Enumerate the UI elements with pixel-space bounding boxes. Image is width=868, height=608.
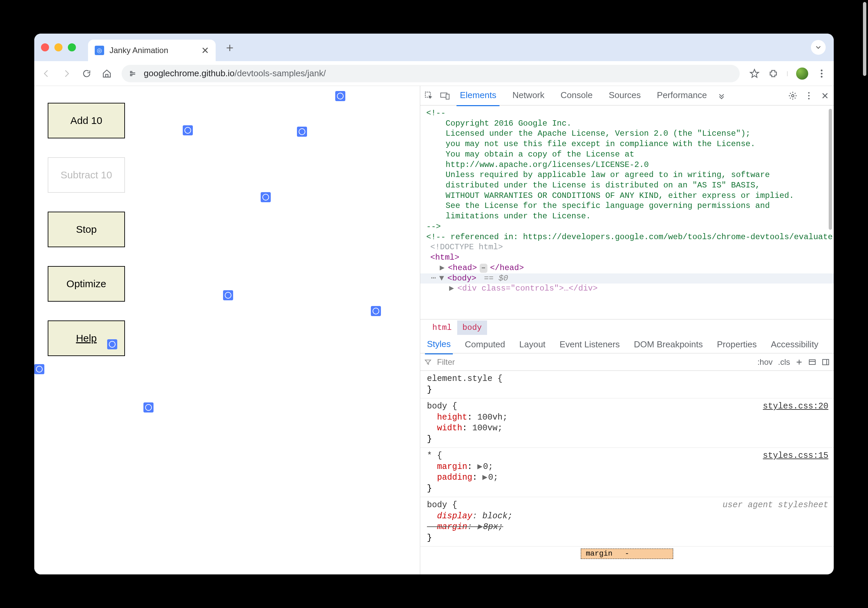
scrollbar[interactable]: [828, 105, 833, 319]
rule-body[interactable]: styles.css:20 body { height: 100vh; widt…: [420, 399, 834, 448]
svg-point-9: [808, 98, 809, 99]
dom-comment-line: WITHOUT WARRANTIES OR CONDITIONS OF ANY …: [426, 191, 828, 201]
dom-head-close[interactable]: </head>: [490, 263, 524, 273]
devtools-panel: ElementsNetworkConsoleSourcesPerformance…: [420, 86, 834, 574]
rule-source-link[interactable]: styles.css:20: [763, 401, 828, 412]
dom-comment-line: http://www.apache.org/licenses/LICENSE-2…: [426, 160, 828, 170]
reload-icon[interactable]: [81, 68, 92, 79]
svg-rect-11: [823, 360, 829, 365]
devtools-tab-sources[interactable]: Sources: [605, 86, 644, 106]
inspect-icon[interactable]: [424, 91, 434, 101]
dom-head-open[interactable]: <head>: [448, 263, 477, 273]
url-host: googlechrome.github.io: [144, 68, 234, 78]
forward-icon[interactable]: [61, 68, 72, 79]
styles-subtab-properties[interactable]: Properties: [715, 335, 759, 354]
settings-gear-icon[interactable]: [788, 91, 797, 101]
window-close-icon[interactable]: [41, 43, 49, 51]
computed-toggle-icon[interactable]: [808, 358, 816, 366]
dom-body-open[interactable]: <body>: [448, 273, 476, 284]
rule-star[interactable]: styles.css:15 * { margin: ▶0; padding: ▶…: [420, 448, 834, 497]
tabs-overflow-icon[interactable]: [811, 40, 826, 55]
help-button[interactable]: Help: [48, 321, 125, 356]
subtract-button[interactable]: Subtract 10: [48, 157, 125, 193]
devtools-tab-network[interactable]: Network: [509, 86, 547, 106]
moving-sprite-icon: [335, 91, 345, 101]
content-row: Add 10 Subtract 10 Stop Optimize Help El…: [34, 86, 834, 574]
rule-source-link[interactable]: styles.css:15: [763, 450, 828, 462]
crumb-html[interactable]: html: [427, 321, 457, 335]
row-actions-icon[interactable]: ⋯: [431, 273, 436, 284]
styles-subtab-computed[interactable]: Computed: [463, 335, 507, 354]
dom-comment-line: you may not use this file except in comp…: [426, 139, 828, 149]
styles-subtab-accessibility[interactable]: Accessibility: [769, 335, 821, 354]
collapsed-icon[interactable]: ⋯: [480, 264, 487, 273]
moving-sprite-icon: [107, 339, 117, 349]
back-icon[interactable]: [41, 68, 52, 79]
dom-comment-line: limitations under the License.: [426, 211, 828, 222]
menu-icon[interactable]: [816, 68, 827, 79]
url-path: /devtools-samples/jank/: [234, 68, 326, 78]
dom-controls-div[interactable]: <div class="controls">…</div>: [457, 284, 598, 294]
hov-toggle[interactable]: :hov: [758, 357, 773, 367]
dom-tree[interactable]: <!-- Copyright 2016 Google Inc. Licensed…: [420, 105, 834, 319]
filter-input[interactable]: Filter: [437, 357, 455, 367]
devtools-tab-elements[interactable]: Elements: [457, 86, 499, 106]
svg-point-1: [821, 73, 822, 74]
styles-subtab-styles[interactable]: Styles: [425, 335, 453, 354]
device-toggle-icon[interactable]: [440, 91, 450, 101]
svg-rect-5: [446, 94, 449, 99]
rule-ua-body[interactable]: user agent stylesheet body { display: bl…: [420, 497, 834, 546]
rule-source-ua: user agent stylesheet: [722, 500, 828, 511]
tab-close-icon[interactable]: ✕: [201, 45, 209, 56]
extensions-icon[interactable]: [768, 68, 779, 79]
profile-avatar-icon[interactable]: [796, 68, 808, 80]
bookmark-icon[interactable]: [749, 68, 760, 79]
dom-body-row[interactable]: ⋯▼<body> == $0: [420, 273, 834, 284]
optimize-button[interactable]: Optimize: [48, 266, 125, 302]
moving-sprite-icon: [183, 125, 193, 135]
dom-html-tag[interactable]: <html>: [430, 253, 459, 263]
tab-strip: ◎ Janky Animation ✕ ＋: [34, 34, 834, 61]
controls-panel: Add 10 Subtract 10 Stop Optimize Help: [48, 103, 125, 356]
svg-point-2: [821, 76, 822, 77]
site-settings-icon[interactable]: [129, 69, 138, 78]
svg-point-7: [808, 92, 809, 93]
dom-doctype[interactable]: <!DOCTYPE html>: [430, 242, 503, 253]
more-tabs-icon[interactable]: [717, 91, 726, 101]
traffic-lights: [41, 43, 76, 51]
collapse-caret-icon[interactable]: ▼: [439, 273, 444, 284]
box-model[interactable]: margin -: [420, 546, 834, 561]
rule-element-style[interactable]: element.style { }: [420, 371, 834, 399]
url-input[interactable]: googlechrome.github.io/devtools-samples/…: [122, 65, 740, 82]
styles-filter-row: Filter :hov .cls: [420, 354, 834, 371]
expand-caret-icon[interactable]: ▶: [449, 284, 454, 294]
crumb-body[interactable]: body: [457, 321, 487, 335]
styles-body[interactable]: element.style { } styles.css:20 body { h…: [420, 371, 834, 574]
new-style-icon[interactable]: [795, 358, 803, 366]
stop-button[interactable]: Stop: [48, 212, 125, 247]
tab-title: Janky Animation: [110, 46, 196, 55]
browser-window: ◎ Janky Animation ✕ ＋ googlechrome.githu…: [34, 34, 834, 574]
moving-sprite-icon: [34, 364, 44, 374]
moving-sprite-icon: [143, 402, 153, 413]
close-devtools-icon[interactable]: [820, 91, 830, 101]
window-minimize-icon[interactable]: [54, 43, 62, 51]
window-zoom-icon[interactable]: [68, 43, 76, 51]
home-icon[interactable]: [101, 68, 112, 79]
dom-comment-line: Licensed under the Apache License, Versi…: [426, 129, 828, 139]
styles-subtab-event-listeners[interactable]: Event Listeners: [558, 335, 622, 354]
dom-comment-line: -->: [426, 222, 828, 232]
devtools-tab-performance[interactable]: Performance: [654, 86, 710, 106]
toolbar-right: |: [749, 68, 827, 80]
moving-sprite-icon: [223, 290, 233, 300]
browser-tab[interactable]: ◎ Janky Animation ✕: [88, 40, 215, 61]
kebab-menu-icon[interactable]: [804, 91, 814, 101]
devtools-tab-console[interactable]: Console: [557, 86, 596, 106]
new-tab-button[interactable]: ＋: [224, 39, 236, 56]
styles-subtab-layout[interactable]: Layout: [517, 335, 547, 354]
expand-caret-icon[interactable]: ▶: [440, 263, 445, 273]
sidebar-toggle-icon[interactable]: [822, 358, 830, 366]
cls-toggle[interactable]: .cls: [778, 357, 790, 367]
add-button[interactable]: Add 10: [48, 103, 125, 138]
styles-subtab-dom-breakpoints[interactable]: DOM Breakpoints: [632, 335, 705, 354]
